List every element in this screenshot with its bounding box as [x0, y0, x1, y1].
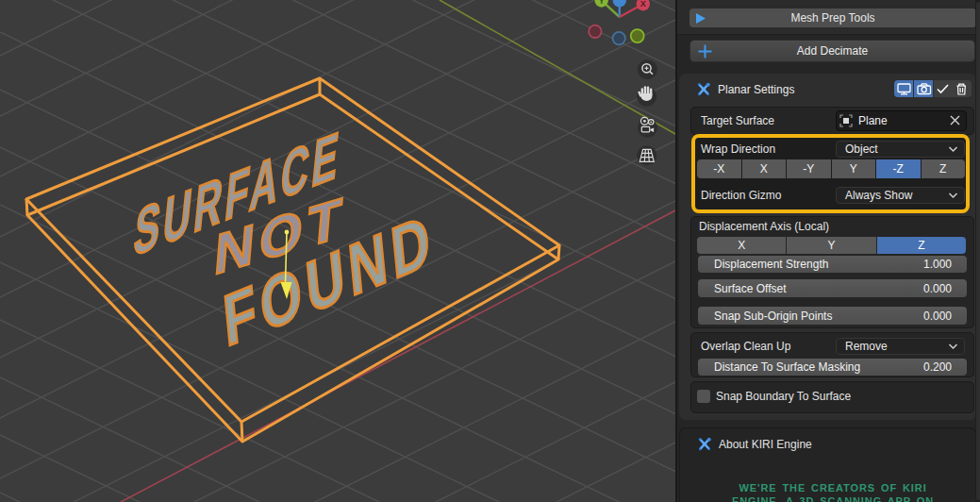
- svg-text:Y: Y: [599, 0, 605, 6]
- svg-text:X: X: [640, 0, 646, 8]
